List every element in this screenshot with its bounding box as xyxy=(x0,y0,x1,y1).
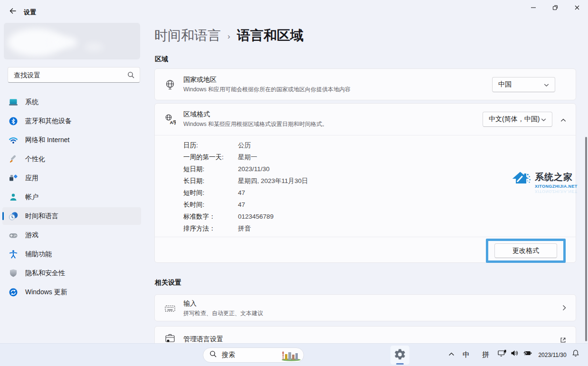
blur-blob xyxy=(49,36,77,48)
bluetooth-icon xyxy=(9,116,18,126)
restore-icon xyxy=(552,4,558,12)
sidebar-item-time-language[interactable]: 时间和语言 xyxy=(2,207,141,225)
country-card-subtitle: Windows 和应用可能会根据你所在的国家或地区向你提供本地内容 xyxy=(183,86,351,94)
accessibility-person-icon xyxy=(9,250,18,259)
search-input[interactable] xyxy=(8,67,140,82)
regional-format-dropdown[interactable]: 中文(简体，中国) xyxy=(483,112,552,127)
volume-tray-button[interactable] xyxy=(510,351,519,357)
ime-mode-indicator[interactable]: 中 xyxy=(463,350,470,359)
vertical-scrollbar[interactable] xyxy=(585,137,587,341)
watermark: 系统之家 XITONGZHIJIA.NET XITONGZHIJIA.NET xyxy=(512,169,585,194)
sidebar-item-network-internet[interactable]: 网络和 Internet xyxy=(2,131,141,149)
gear-icon xyxy=(394,348,406,362)
detail-row-first-day: 一周的第一天: 星期一 xyxy=(183,151,308,163)
notifications-button[interactable] xyxy=(571,350,580,358)
sidebar-item-privacy-security[interactable]: 隐私和安全性 xyxy=(2,264,141,282)
sidebar-item-label: 应用 xyxy=(25,174,38,183)
format-card-subtitle: Windows 和某些应用根据区域格式设置日期和时间格式。 xyxy=(183,120,328,128)
back-button[interactable] xyxy=(6,5,20,19)
sidebar-item-label: 网络和 Internet xyxy=(25,136,69,144)
detail-row-standard-digits: 标准数字： 0123456789 xyxy=(183,211,308,222)
chevron-down-icon xyxy=(541,116,546,123)
sidebar-item-label: 系统 xyxy=(25,98,38,106)
sidebar-item-gaming[interactable]: 游戏 xyxy=(2,226,141,244)
tray-date[interactable]: 2023/11/30 xyxy=(537,352,568,358)
breadcrumb-separator: › xyxy=(228,30,230,41)
region-section-heading: 区域 xyxy=(155,55,168,64)
speaker-icon xyxy=(511,350,519,358)
input-settings-card[interactable]: 输入 拼写检查、自动更正、文本建议 xyxy=(154,294,576,321)
network-tray-button[interactable] xyxy=(497,350,507,358)
sidebar-item-windows-update[interactable]: Windows 更新 xyxy=(2,283,141,301)
detail-label: 长时间: xyxy=(183,201,238,209)
sidebar-item-system[interactable]: 系统 xyxy=(2,93,141,111)
svg-text:A字: A字 xyxy=(170,120,176,125)
shield-icon xyxy=(9,269,18,278)
close-button[interactable] xyxy=(566,0,588,16)
ime-pinyin-indicator[interactable]: 拼 xyxy=(482,350,489,359)
sidebar-item-apps[interactable]: 应用 xyxy=(2,169,141,187)
settings-app-button-active[interactable] xyxy=(390,346,409,365)
admin-language-title: 管理语言设置 xyxy=(183,335,223,344)
minimize-icon xyxy=(531,4,536,12)
hidden-icons-button[interactable] xyxy=(447,351,455,357)
detail-label: 一周的第一天: xyxy=(183,153,238,162)
chevron-up-icon xyxy=(560,116,566,124)
sidebar-item-bluetooth-devices[interactable]: 蓝牙和其他设备 xyxy=(2,112,141,130)
change-format-button[interactable]: 更改格式 xyxy=(494,243,557,258)
bell-icon xyxy=(572,349,579,359)
detail-label: 长日期: xyxy=(183,177,238,185)
chevron-right-icon xyxy=(562,304,566,313)
settings-search-box[interactable] xyxy=(8,67,140,83)
card-divider xyxy=(155,237,576,237)
clock-globe-icon xyxy=(9,212,18,221)
taskbar-search-label: 搜索 xyxy=(222,351,235,359)
person-icon xyxy=(9,193,18,202)
restore-button[interactable] xyxy=(544,0,566,16)
language-format-icon: A字 xyxy=(164,114,176,125)
input-card-subtitle: 拼写检查、自动更正、文本建议 xyxy=(183,309,263,318)
breadcrumb: 时间和语言 › 语言和区域 xyxy=(154,27,303,45)
sidebar-item-label: 蓝牙和其他设备 xyxy=(25,117,72,125)
settings-window: 设置 系统 xyxy=(0,0,588,366)
sidebar-nav: 系统 蓝牙和其他设备 网络和 Internet 个性化 应用 xyxy=(2,93,141,302)
keyboard-icon xyxy=(164,303,176,314)
detail-label: 短时间: xyxy=(183,189,238,197)
taskbar-search-box[interactable]: 搜索 xyxy=(203,347,304,363)
wifi-icon xyxy=(9,135,18,145)
selected-accent-bar xyxy=(2,212,4,220)
search-icon xyxy=(209,350,217,360)
user-account-area-blurred[interactable] xyxy=(4,23,140,59)
sidebar-item-label: 个性化 xyxy=(25,155,45,164)
brush-icon xyxy=(9,154,18,164)
country-region-card: 国家或地区 Windows 和应用可能会根据你所在的国家或地区向你提供本地内容 … xyxy=(154,68,576,100)
country-card-title: 国家或地区 xyxy=(183,76,351,84)
detail-label: 日历: xyxy=(183,141,238,150)
country-dropdown-value: 中国 xyxy=(498,80,512,89)
sidebar-item-accessibility[interactable]: 辅助功能 xyxy=(2,245,141,263)
detail-label: 排序方法： xyxy=(183,224,238,233)
sidebar-item-label: 游戏 xyxy=(25,231,38,240)
detail-row-long-date: 长日期: 星期四, 2023年11月30日 xyxy=(183,175,308,187)
back-arrow-icon xyxy=(9,7,17,17)
detail-value: 星期一 xyxy=(238,153,257,162)
watermark-site: XITONGZHIJIA.NET xyxy=(535,184,578,189)
collapse-card-button[interactable] xyxy=(558,114,569,125)
detail-value: 拼音 xyxy=(238,224,251,233)
country-dropdown[interactable]: 中国 xyxy=(492,77,555,92)
active-app-indicator xyxy=(396,363,404,365)
annotation-highlight-box: 更改格式 xyxy=(486,239,566,263)
sidebar-item-label: Windows 更新 xyxy=(25,288,67,297)
battery-tray-button[interactable] xyxy=(522,351,532,357)
minimize-button[interactable] xyxy=(522,0,544,16)
watermark-name: 系统之家 xyxy=(535,171,578,183)
close-icon xyxy=(574,4,580,12)
detail-row-short-time: 短时间: 47 xyxy=(183,187,308,199)
sidebar-item-accounts[interactable]: 帐户 xyxy=(2,188,141,206)
detail-value: 0123456789 xyxy=(238,213,274,220)
page-title: 语言和区域 xyxy=(237,27,303,45)
detail-row-sort-method: 排序方法： 拼音 xyxy=(183,222,308,234)
breadcrumb-parent[interactable]: 时间和语言 xyxy=(154,27,221,45)
gamepad-icon xyxy=(9,231,18,240)
sidebar-item-personalization[interactable]: 个性化 xyxy=(2,150,141,168)
